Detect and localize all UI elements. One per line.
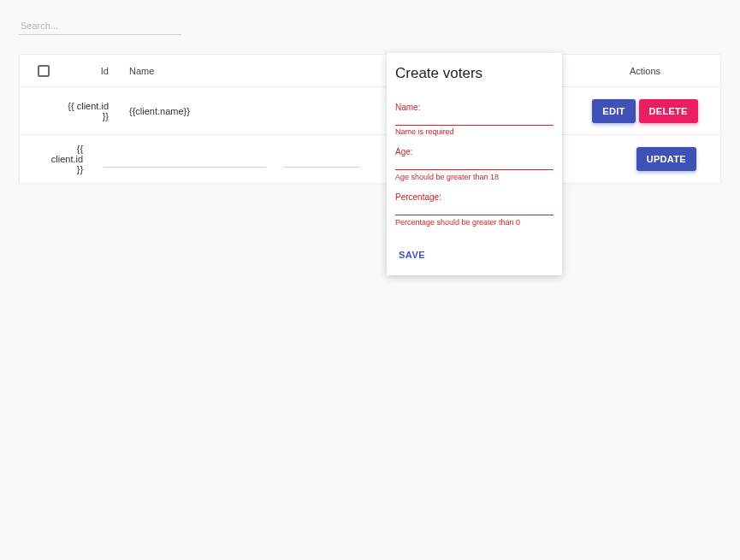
- field-age: Age: Age should be greater than 18: [395, 147, 554, 182]
- col-header-id: Id: [61, 66, 129, 76]
- cell-id: {{ client.id }}: [61, 101, 129, 121]
- col-header-actions: Actions: [630, 66, 660, 76]
- table-row: {{ client.id }} UPDATE: [20, 135, 720, 183]
- field-percentage-error: Percentage should be greater than 0: [395, 219, 520, 227]
- edit-name-input[interactable]: [104, 151, 266, 168]
- field-age-label: Age:: [395, 147, 554, 156]
- delete-button[interactable]: DELETE: [639, 99, 698, 123]
- search-input[interactable]: [19, 17, 181, 35]
- dialog-title: Create voters: [395, 65, 554, 82]
- field-percentage-input[interactable]: [395, 203, 554, 215]
- edit-button[interactable]: EDIT: [592, 99, 635, 123]
- field-percentage-label: Percentage:: [395, 192, 554, 202]
- save-button[interactable]: SAVE: [395, 246, 429, 263]
- update-button[interactable]: UPDATE: [636, 147, 696, 171]
- cell-name: {{client.name}}: [129, 106, 226, 116]
- field-name-input[interactable]: [395, 114, 554, 126]
- voters-table: Id Name Percentage Actions {{ client.id …: [19, 54, 721, 184]
- field-name: Name: Name is required: [395, 103, 554, 137]
- edit-age-input[interactable]: [283, 151, 360, 168]
- select-all-checkbox[interactable]: [38, 65, 50, 77]
- table-header-row: Id Name Percentage Actions: [20, 55, 720, 87]
- field-name-label: Name:: [395, 103, 554, 112]
- cell-id: {{ client.id }}: [50, 144, 104, 174]
- field-percentage: Percentage: Percentage should be greater…: [395, 192, 554, 227]
- create-voters-dialog: Create voters Name: Name is required Age…: [387, 53, 562, 275]
- table-row: {{ client.id }} {{client.name}} ntage | …: [20, 87, 720, 135]
- field-age-error: Age should be greater than 18: [395, 174, 499, 182]
- field-name-error: Name is required: [395, 128, 554, 137]
- field-age-input[interactable]: [395, 158, 554, 170]
- col-header-name: Name: [129, 66, 226, 76]
